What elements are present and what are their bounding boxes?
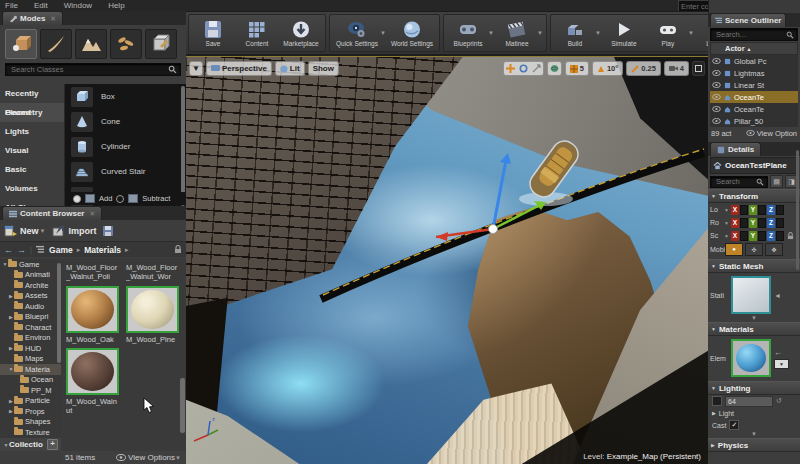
move-tool-icon[interactable] xyxy=(506,64,515,73)
asset-item[interactable]: M_Wood_Oak xyxy=(66,286,119,348)
lighting-checkbox[interactable] xyxy=(712,396,722,406)
3d-scene[interactable]: z xyxy=(186,57,708,464)
outliner-search-input[interactable] xyxy=(714,29,786,40)
tree-folder-archite[interactable]: Archite xyxy=(0,280,61,291)
chevron-down-icon[interactable]: ▼ xyxy=(688,30,694,36)
viewport-options-button[interactable]: ▼ xyxy=(189,61,203,76)
outliner-view-options-button[interactable]: View Option xyxy=(746,129,797,138)
chevron-down-icon[interactable]: ▼ xyxy=(595,30,601,36)
view-options-button[interactable]: View Options ▼ xyxy=(116,453,182,462)
actor-column-header[interactable]: Actor ▲ xyxy=(710,42,798,55)
axis-value-field[interactable] xyxy=(776,218,784,228)
chevron-down-icon[interactable]: ▼ xyxy=(724,207,729,213)
visibility-eye-icon[interactable] xyxy=(712,58,721,64)
outliner-row[interactable]: Lightmas xyxy=(710,67,798,79)
mobility-movable-button[interactable]: ✥ xyxy=(765,243,783,256)
asset-item[interactable]: M_Wood_Floor_Walnut_Wor xyxy=(126,261,179,286)
matinee-button[interactable]: Matinee xyxy=(495,16,539,50)
simulate-button[interactable]: Simulate xyxy=(602,16,646,50)
axis-value-field[interactable] xyxy=(758,218,766,228)
mobility-stationary-button[interactable]: ✣ xyxy=(745,243,763,256)
outliner-row[interactable]: Global Pc xyxy=(710,55,798,67)
tree-folder-props[interactable]: ▶Props xyxy=(0,406,61,417)
maximize-viewport-button[interactable] xyxy=(692,61,705,76)
tab-modes[interactable]: Modes ✕ xyxy=(2,11,63,25)
visibility-eye-icon[interactable] xyxy=(712,94,721,100)
wooden-boat[interactable] xyxy=(525,136,582,201)
mode-button-2[interactable] xyxy=(75,29,107,59)
advanced-expander-icon[interactable]: ▼ xyxy=(708,315,800,322)
play-button[interactable]: Play xyxy=(646,16,690,50)
category-geometry[interactable]: Geometry xyxy=(0,103,64,122)
browse-arrow-icon[interactable]: ◄ xyxy=(774,292,781,299)
world-settings-button[interactable]: World Settings xyxy=(387,16,437,50)
rotation-snap-button[interactable]: 10° xyxy=(592,61,623,76)
reset-icon[interactable]: ↺ xyxy=(776,397,782,405)
camera-speed-button[interactable]: 4 xyxy=(664,61,689,76)
actor-name-row[interactable]: OceanTestPlane xyxy=(710,157,798,174)
outliner-search-box[interactable] xyxy=(710,28,798,41)
section-lighting[interactable]: ▼ Lighting xyxy=(708,381,800,395)
category-volumes[interactable]: Volumes xyxy=(0,179,64,198)
outliner-row[interactable]: Linear St xyxy=(710,79,798,91)
property-matrix-icon[interactable]: ▤ xyxy=(770,175,783,188)
use-selected-arrow-icon[interactable]: ← xyxy=(774,348,789,357)
breadcrumb-game[interactable]: Game xyxy=(49,245,73,255)
tree-folder-hud[interactable]: ▶HUD xyxy=(0,343,61,354)
blueprints-button[interactable]: Blueprints xyxy=(446,16,490,50)
collections-row[interactable]: ▼ Collectio + xyxy=(0,438,61,451)
details-scrollbar[interactable] xyxy=(796,150,799,270)
viewport[interactable]: z ▼ Perspective Lit Show xyxy=(186,56,708,464)
tree-folder-assets[interactable]: ▶Assets xyxy=(0,291,61,302)
geometry-item-cone[interactable]: Cone xyxy=(65,109,186,134)
lightmap-resolution-field[interactable]: 64 xyxy=(725,396,773,407)
menu-item-file[interactable]: File xyxy=(5,0,18,11)
mode-button-3[interactable] xyxy=(110,29,142,59)
chevron-down-icon[interactable]: ▼ xyxy=(488,30,494,36)
tree-folder-game[interactable]: ▼Game xyxy=(0,259,61,270)
breadcrumb-materials[interactable]: Materials xyxy=(84,245,121,255)
mode-button-1[interactable] xyxy=(40,29,72,59)
lit-mode-button[interactable]: Lit xyxy=(275,61,305,76)
tree-folder-maps[interactable]: Maps xyxy=(0,354,61,365)
asset-thumbnail[interactable] xyxy=(66,286,119,333)
tree-folder-particle[interactable]: ▶Particle xyxy=(0,396,61,407)
tree-folder-animati[interactable]: Animati xyxy=(0,270,61,281)
path-history-icon[interactable] xyxy=(36,245,45,254)
cast-shadows-checkbox[interactable]: ✓ xyxy=(729,420,739,430)
axis-value-field[interactable] xyxy=(776,205,784,215)
lock-icon[interactable] xyxy=(787,232,794,240)
asset-item[interactable]: M_Wood_Pine xyxy=(126,286,179,348)
asset-item[interactable]: M_Wood_Floor_Walnut_Poli xyxy=(66,261,119,286)
visibility-eye-icon[interactable] xyxy=(712,106,721,112)
grid-snap-button[interactable]: 5 xyxy=(565,61,589,76)
gizmo-center-handle[interactable] xyxy=(489,225,498,234)
chevron-down-icon[interactable]: ▼ xyxy=(380,30,386,36)
brush-add-radio[interactable] xyxy=(73,195,81,203)
material-thumbnail[interactable] xyxy=(731,339,771,377)
outliner-row[interactable]: OceanTe xyxy=(710,91,798,103)
tree-folder-materia[interactable]: ▼Materia xyxy=(0,364,61,375)
close-icon[interactable]: ✕ xyxy=(89,210,95,218)
category-basic[interactable]: Basic xyxy=(0,160,64,179)
tree-folder-pp_m[interactable]: PP_M xyxy=(0,385,61,396)
mode-button-4[interactable] xyxy=(145,29,177,59)
asset-item[interactable]: M_Wood_Walnut xyxy=(66,348,119,419)
chevron-down-icon[interactable]: ▼ xyxy=(724,233,729,239)
tree-folder-texture[interactable]: Texture xyxy=(0,427,61,438)
tab-scene-outliner[interactable]: Scene Outliner xyxy=(710,13,786,27)
visibility-eye-icon[interactable] xyxy=(712,118,721,124)
asset-thumbnail[interactable] xyxy=(66,348,119,395)
modes-scrollbar[interactable] xyxy=(181,86,185,206)
tree-folder-bluepri[interactable]: ▶Bluepri xyxy=(0,312,61,323)
tree-folder-charact[interactable]: Charact xyxy=(0,322,61,333)
axis-value-field[interactable] xyxy=(740,205,748,215)
import-button[interactable]: Import xyxy=(52,225,96,237)
menu-item-window[interactable]: Window xyxy=(64,0,92,11)
modes-search-input[interactable] xyxy=(9,64,168,75)
forward-button[interactable]: → xyxy=(17,245,26,255)
content-button[interactable]: Content xyxy=(235,16,279,50)
marketplace-button[interactable]: Marketplace xyxy=(279,16,323,50)
material-dropdown[interactable]: ▼ xyxy=(774,359,789,369)
tree-folder-ocean[interactable]: Ocean xyxy=(0,375,61,386)
